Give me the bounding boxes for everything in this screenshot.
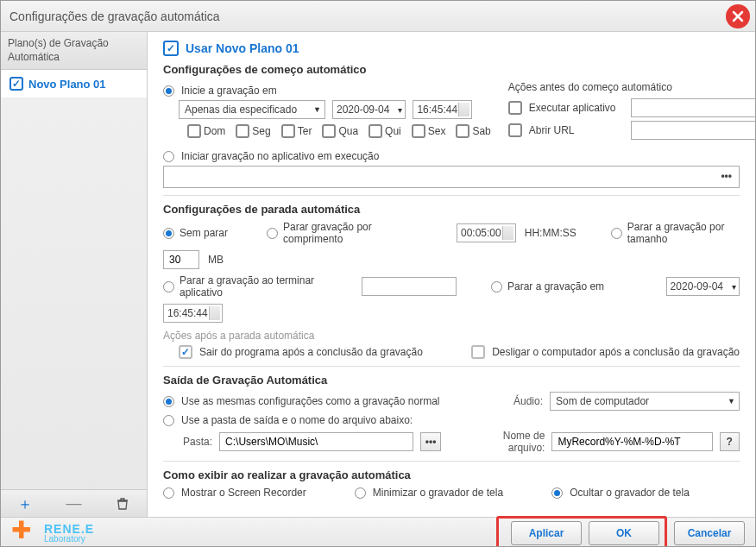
stop-date-input[interactable]: 2020-09-04 (666, 277, 740, 296)
filename-label: Nome de arquivo: (465, 430, 545, 454)
weekday-row: Dom Seg Ter Qua Qui Sex Sab (187, 124, 491, 138)
chk-dom[interactable] (187, 124, 201, 138)
close-button[interactable] (726, 4, 750, 28)
label-output-same: Use as mesmas configurações como a grava… (181, 395, 439, 407)
display-section-title: Como exibir ao realizar a gravação autom… (163, 468, 740, 481)
footer: RENE.E Laboratory Aplicar OK Cancelar (1, 517, 755, 547)
before-actions-title: Ações antes do começo automático (508, 81, 672, 93)
run-app-input[interactable] (631, 98, 755, 117)
folder-input[interactable] (219, 432, 413, 451)
chk-exit-program[interactable] (179, 345, 192, 359)
radio-app-end[interactable] (163, 281, 174, 292)
radio-output-custom[interactable] (163, 415, 174, 426)
chk-sab[interactable] (456, 124, 469, 138)
radio-stop-at[interactable] (491, 281, 502, 292)
delete-plan-button[interactable] (114, 495, 131, 512)
radio-size[interactable] (611, 228, 622, 239)
radio-start-running-app[interactable] (163, 151, 174, 162)
start-time-input[interactable]: 16:45:44 (413, 100, 472, 119)
radio-display-show[interactable] (163, 487, 174, 499)
ok-button[interactable]: OK (589, 521, 659, 545)
radio-nonstop[interactable] (163, 228, 174, 239)
title-bar: Configurações de gravação automática (1, 1, 755, 32)
chk-seg[interactable] (236, 124, 249, 138)
content-pane: Usar Novo Plano 01 Configurações de come… (148, 32, 755, 517)
sidebar: Plano(s) de Gravação Automática Novo Pla… (1, 32, 148, 517)
plan-label: Novo Plano 01 (28, 78, 106, 91)
use-plan-checkbox[interactable] (163, 41, 179, 56)
label-start-running-app: Iniciar gravação no aplicativo em execuç… (181, 150, 379, 162)
start-date-input[interactable]: 2020-09-04 (332, 100, 406, 119)
frequency-select[interactable]: Apenas dia especificado (179, 100, 325, 119)
label-run-app: Executar aplicativo (529, 102, 624, 114)
ellipsis-icon: ••• (721, 170, 732, 182)
add-plan-button[interactable]: ＋ (16, 495, 34, 512)
chk-sex[interactable] (412, 124, 425, 138)
radio-output-same[interactable] (163, 396, 174, 407)
label-start-at: Inicie a gravação em (181, 85, 277, 97)
label-output-custom: Use a pasta de saída e o nome do arquivo… (181, 414, 413, 426)
logo-line2: Laboratory (44, 535, 94, 544)
chk-qui[interactable] (369, 124, 382, 138)
chk-qua[interactable] (322, 124, 336, 138)
size-unit: MB (208, 254, 224, 266)
trash-icon (116, 497, 129, 511)
radio-display-hide[interactable] (551, 487, 563, 499)
open-url-input[interactable] (631, 121, 755, 140)
highlight-box: Aplicar OK (496, 516, 667, 548)
chk-open-url[interactable] (508, 123, 522, 137)
filename-help-button[interactable]: ? (720, 432, 740, 451)
running-app-input[interactable]: ••• (163, 166, 740, 188)
duration-input[interactable]: 00:05:00 (457, 223, 516, 242)
radio-duration[interactable] (267, 228, 278, 239)
audio-label: Áudio: (513, 395, 543, 407)
logo: RENE.E Laboratory (11, 519, 94, 547)
start-section-title: Configurações de começo automático (163, 63, 740, 76)
app-end-input[interactable] (362, 277, 457, 296)
plan-checkbox-icon (9, 77, 23, 91)
label-shutdown: Desligar o computador após a conclusão d… (492, 346, 740, 358)
radio-display-min[interactable] (355, 487, 366, 499)
cancel-button[interactable]: Cancelar (674, 521, 745, 545)
after-actions-title: Ações após a parada automática (163, 330, 740, 342)
label-open-url: Abrir URL (529, 124, 624, 136)
size-input[interactable] (163, 250, 199, 269)
window-title: Configurações de gravação automática (9, 9, 220, 23)
apply-button[interactable]: Aplicar (511, 521, 582, 545)
sidebar-header: Plano(s) de Gravação Automática (1, 32, 147, 70)
hhmmss-label: HH:MM:SS (525, 227, 576, 239)
label-exit-program: Sair do programa após a conclusão da gra… (199, 346, 423, 358)
close-icon (732, 10, 744, 22)
filename-input[interactable] (551, 432, 712, 451)
logo-line1: RENE.E (44, 523, 94, 535)
stop-time-input[interactable]: 16:45:44 (163, 304, 223, 323)
output-section-title: Saída de Gravação Automática (163, 374, 740, 387)
remove-plan-button[interactable]: — (65, 495, 82, 512)
sidebar-toolbar: ＋ — (1, 489, 147, 517)
folder-label: Pasta: (179, 436, 212, 448)
audio-select[interactable]: Som de computador (550, 392, 740, 411)
stop-section-title: Configurações de parada automática (163, 203, 740, 216)
logo-cross-icon (11, 519, 39, 547)
radio-start-at[interactable] (163, 85, 174, 97)
plan-list-item[interactable]: Novo Plano 01 (1, 70, 147, 98)
browse-folder-button[interactable]: ••• (420, 432, 441, 451)
chk-ter[interactable] (281, 124, 295, 138)
use-plan-label: Usar Novo Plano 01 (186, 41, 299, 55)
chk-shutdown[interactable] (471, 345, 485, 359)
chk-run-app[interactable] (508, 101, 522, 115)
